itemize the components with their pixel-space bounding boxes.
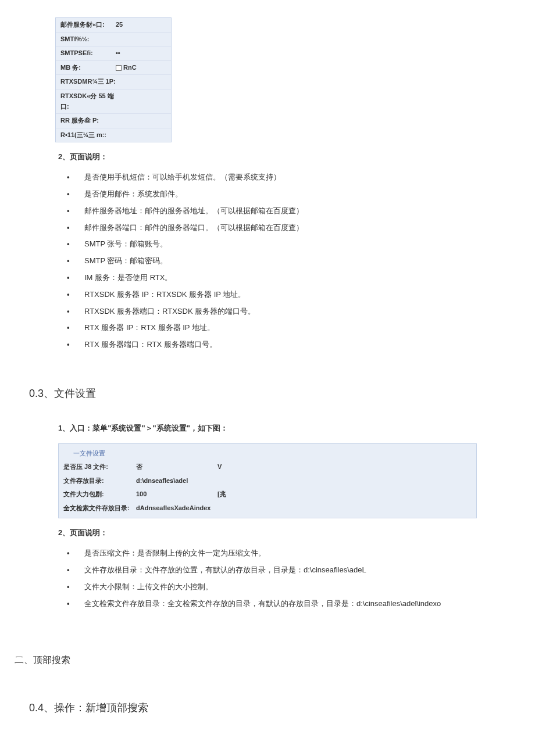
panel-label: 文件大力包剧:: [63, 489, 136, 500]
panel-label: RR 服务叁 P:: [60, 116, 116, 126]
panel-value: [116, 116, 166, 126]
entry-text-1: 1、入口：菜单"系统设置"＞"系统设置"，如下图：: [58, 422, 506, 435]
heading-2: 二、顶部搜索: [15, 653, 506, 668]
panel-row: RTXSDK«分 55 端口:: [56, 89, 171, 114]
list-item: RTX 服务器端口：RTX 服务器端口号。: [67, 336, 506, 353]
panel-row: 邮件服务豺«口: 25: [56, 18, 171, 33]
panel-value: 25: [116, 20, 166, 30]
list-item: IM 服务：是否使用 RTX。: [67, 270, 506, 286]
panel-label: RTXSDMR¾三 1P:: [60, 77, 116, 87]
panel-label: SMTPSEfi:: [60, 48, 116, 59]
panel-row: RTXSDMR¾三 1P:: [56, 75, 171, 89]
panel-label: MB 务:: [60, 63, 116, 73]
panel-row: 文件存放目录: d:\dnseafIes\adeI: [59, 474, 476, 488]
list-item: 全文检索文件存放目录：全文检索文件存放的目录，有默认的存放目录，目录是：d:\c…: [67, 596, 506, 612]
panel-row: MB 务: RnC: [56, 61, 171, 76]
panel-row: SMTf%½:: [56, 33, 171, 47]
bullet-list-2: 是否压缩文件：是否限制上传的文件一定为压缩文件。 文件存放根目录：文件存放的位置…: [67, 545, 506, 612]
panel-unit: [兆: [217, 489, 226, 500]
panel-title: 一文件设置: [59, 447, 476, 461]
panel-value: [116, 34, 166, 45]
panel-value: [116, 77, 166, 87]
panel-label: 是否压 J8 文件:: [63, 462, 136, 472]
bullet-list-1: 是否使用手机短信：可以给手机发短信。（需要系统支持） 是否使用邮件：系统发邮件。…: [67, 169, 506, 353]
panel-label: 全文检索文件存放目录:: [63, 503, 136, 514]
list-item: RTXSDK 服务器端口：RTXSDK 服务器的端口号。: [67, 303, 506, 320]
panel-row: 是否压 J8 文件: 否 V: [59, 460, 476, 474]
heading-03: 0.3、文件设置: [29, 385, 506, 402]
list-item: SMTP 密码：邮箱密码。: [67, 253, 506, 270]
panel-value: d:\dnseafIes\adeI: [136, 476, 206, 486]
list-item: 是否压缩文件：是否限制上传的文件一定为压缩文件。: [67, 545, 506, 562]
panel-value: [116, 91, 166, 112]
panel-row: 全文检索文件存放目录: dAdnseafIesXadeAindex: [59, 501, 476, 515]
list-item: 是否使用手机短信：可以给手机发短信。（需要系统支持）: [67, 169, 506, 186]
panel-value: ••: [116, 48, 166, 59]
panel-row: R•11(三¼三 m::: [56, 128, 171, 142]
list-item: 文件存放根目录：文件存放的位置，有默认的存放目录，目录是：d:\cinseafi…: [67, 562, 506, 579]
panel-label: R•11(三¼三 m::: [60, 130, 116, 141]
list-item: 邮件服务器端口：邮件的服务器端口。（可以根据邮箱在百度查）: [67, 220, 506, 237]
list-item: SMTP 张号：邮箱账号。: [67, 236, 506, 253]
config-panel-2: 一文件设置 是否压 J8 文件: 否 V 文件存放目录: d:\dnseafIe…: [58, 443, 477, 519]
panel-label: RTXSDK«分 55 端口:: [60, 91, 116, 112]
panel-value: RnC: [116, 63, 166, 73]
section-header: 2、页面说明：: [58, 527, 506, 539]
list-item: RTXSDK 服务器 IP：RTXSDK 服务器 IP 地址。: [67, 286, 506, 303]
panel-label: 文件存放目录:: [63, 476, 136, 486]
panel-label: SMTf%½:: [60, 34, 116, 45]
heading-04: 0.4、操作：新增顶部搜索: [29, 700, 506, 716]
list-item: 文件大小限制：上传文件的大小控制。: [67, 579, 506, 596]
checkbox-label: RnC: [123, 63, 137, 73]
panel-value: 100: [136, 489, 206, 500]
panel-value: [116, 130, 166, 141]
list-item: RTX 服务器 IP：RTX 服务器 IP 地址。: [67, 320, 506, 336]
panel-value: 否: [136, 462, 206, 472]
config-panel-1: 邮件服务豺«口: 25 SMTf%½: SMTPSEfi: •• MB 务: R…: [55, 17, 172, 142]
panel-row: RR 服务叁 P:: [56, 114, 171, 128]
section-header: 2、页面说明：: [58, 151, 506, 163]
panel-label: 邮件服务豺«口:: [60, 20, 116, 30]
checkbox-icon[interactable]: [116, 65, 122, 71]
panel-row: 文件大力包剧: 100 [兆: [59, 488, 476, 501]
panel-row: SMTPSEfi: ••: [56, 46, 171, 61]
list-item: 邮件服务器地址：邮件的服务器地址。（可以根据邮箱在百度查）: [67, 203, 506, 220]
list-item: 是否使用邮件：系统发邮件。: [67, 186, 506, 203]
spacer: [29, 737, 506, 756]
panel-unit: V: [217, 462, 222, 472]
panel-value: dAdnseafIesXadeAindex: [136, 503, 211, 514]
